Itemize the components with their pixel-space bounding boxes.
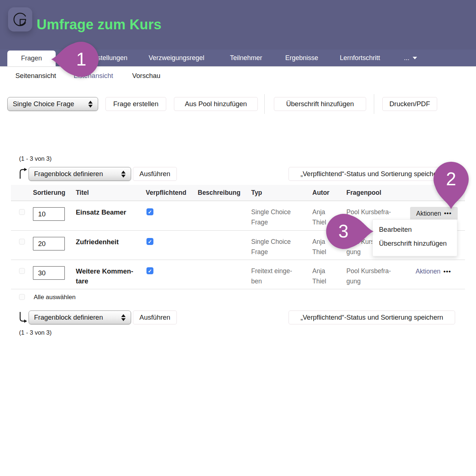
- mandatory-checkbox[interactable]: [146, 238, 153, 245]
- question-title: Einsatz Beamer: [76, 207, 142, 217]
- tab-verzweigungsregel[interactable]: Verzweigungsregel: [149, 49, 204, 66]
- mandatory-checkbox[interactable]: [146, 208, 153, 215]
- mandatory-checkbox[interactable]: [146, 267, 153, 274]
- select-spinner-icon: [121, 171, 126, 178]
- select-all-label: Alle auswählen: [34, 294, 75, 301]
- subtab-vorschau[interactable]: Vorschau: [132, 72, 160, 80]
- batch-action-select-top-value: Fragenblock definieren: [34, 170, 118, 178]
- col-sortierung: Sortierung: [33, 189, 65, 197]
- tab-more-label: ...: [404, 54, 409, 62]
- question-author: Anja Thiel: [312, 266, 342, 286]
- create-question-button[interactable]: Frage erstellen: [105, 97, 166, 111]
- actions-link-label: Aktionen: [416, 268, 440, 275]
- chevron-down-icon: [413, 57, 417, 59]
- question-type: Single Choice Frage: [251, 207, 308, 227]
- select-spinner-icon: [88, 101, 93, 108]
- sort-input[interactable]: [33, 266, 65, 280]
- row-select-checkbox[interactable]: [19, 268, 25, 274]
- execute-button-bottom[interactable]: Ausführen: [133, 310, 177, 324]
- col-titel: Titel: [76, 189, 89, 197]
- result-count-top: (1 - 3 von 3): [19, 155, 52, 162]
- col-typ: Typ: [251, 189, 262, 197]
- tab-ergebnisse[interactable]: Ergebnisse: [285, 49, 318, 66]
- toolbar-divider: [264, 94, 265, 114]
- tab-lernfortschritt[interactable]: Lernfortschritt: [340, 49, 380, 66]
- sort-input[interactable]: [33, 207, 65, 221]
- print-pdf-button[interactable]: Drucken/PDF: [382, 97, 437, 111]
- question-type: Freitext einge- ben: [251, 266, 308, 286]
- row-select-checkbox[interactable]: [19, 239, 25, 245]
- menu-item-ueberschrift[interactable]: Überschrift hinzufügen: [379, 239, 447, 248]
- tab-teilnehmer[interactable]: Teilnehmer: [230, 49, 262, 66]
- add-heading-button[interactable]: Überschrift hinzufügen: [274, 97, 366, 111]
- annotation-step-1: 1: [70, 48, 92, 70]
- question-title: Zufriedenheit: [76, 237, 142, 247]
- col-verpflichtend: Verpflichtend: [146, 189, 186, 197]
- execute-button-top[interactable]: Ausführen: [133, 167, 177, 181]
- batch-action-select-bottom[interactable]: Fragenblock definieren: [29, 310, 131, 324]
- result-count-bottom: (1 - 3 von 3): [19, 329, 52, 336]
- toolbar-divider: [374, 94, 374, 114]
- question-title: Weitere Kommen- tare: [76, 266, 142, 286]
- batch-arrow-up-right-icon: [18, 168, 28, 179]
- batch-action-select-top[interactable]: Fragenblock definieren: [29, 167, 131, 181]
- sort-input[interactable]: [33, 237, 65, 250]
- annotation-step-2: 2: [440, 168, 462, 190]
- ellipsis-icon: •••: [443, 268, 451, 275]
- actions-link[interactable]: Aktionen •••: [416, 268, 451, 275]
- question-type: Single Choice Frage: [251, 237, 308, 257]
- select-all-checkbox[interactable]: [19, 294, 25, 300]
- menu-item-bearbeiten[interactable]: Bearbeiten: [379, 226, 412, 234]
- g-logo-icon: [12, 12, 28, 27]
- batch-arrow-down-right-icon: [18, 311, 28, 323]
- question-type-select[interactable]: Single Choice Frage: [7, 97, 98, 111]
- tab-more[interactable]: ...: [404, 49, 417, 66]
- actions-menu: Bearbeiten Überschrift hinzufügen: [372, 219, 457, 256]
- question-type-select-value: Single Choice Frage: [13, 100, 85, 108]
- app-logo[interactable]: [8, 7, 32, 31]
- batch-action-select-bottom-value: Fragenblock definieren: [34, 313, 118, 321]
- select-spinner-icon: [121, 314, 126, 321]
- row-select-checkbox[interactable]: [19, 209, 25, 215]
- table-header: Sortierung Titel Verpflichtend Beschreib…: [11, 185, 465, 201]
- col-beschreibung: Beschreibung: [198, 189, 241, 197]
- annotation-step-3: 3: [332, 220, 354, 242]
- table-row: Weitere Kommen- tare Freitext einge- ben…: [11, 260, 465, 289]
- question-pool: Pool Kursbefra- gung: [346, 266, 407, 286]
- add-from-pool-button[interactable]: Aus Pool hinzufügen: [174, 97, 258, 111]
- save-status-button-bottom[interactable]: „Verpflichtend“-Status und Sortierung sp…: [289, 310, 455, 324]
